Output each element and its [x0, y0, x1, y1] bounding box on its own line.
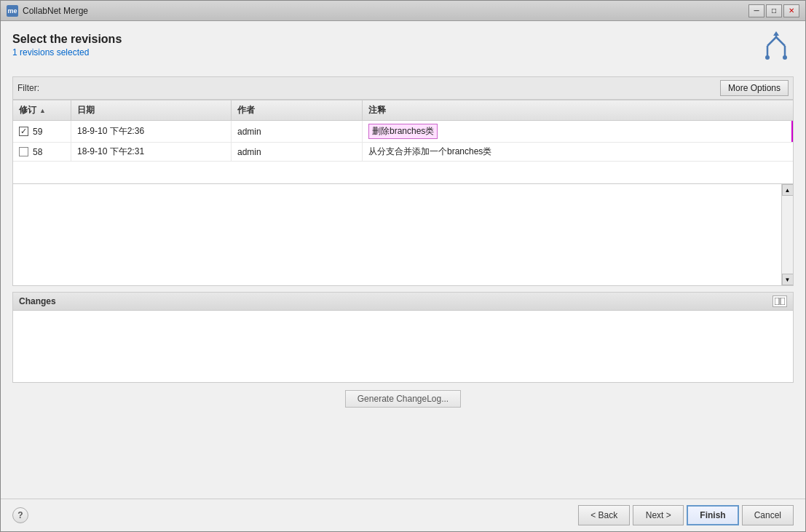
- svg-line-1: [767, 37, 776, 46]
- cancel-button[interactable]: Cancel: [742, 505, 794, 525]
- revisions-table: 修订 ▲ 日期 作者 注释: [12, 100, 794, 184]
- merge-icon-area: [759, 33, 794, 68]
- scrollbar-down-button[interactable]: ▼: [782, 274, 794, 285]
- row-checkbox-59[interactable]: ✓: [19, 127, 28, 136]
- bottom-bar: ? < Back Next > Finish Cancel: [1, 499, 805, 531]
- svg-point-7: [783, 55, 787, 60]
- more-options-button[interactable]: More Options: [720, 80, 789, 96]
- cell-date-59: 18-9-10 下午2:36: [71, 121, 232, 142]
- changes-section: Changes: [12, 292, 794, 383]
- cell-comment-58: 从分支合并添加一个branches类: [363, 143, 793, 161]
- detail-panel: ▲ ▼: [12, 184, 794, 286]
- columns-icon: [775, 298, 785, 305]
- minimize-button[interactable]: ─: [748, 4, 764, 17]
- filter-label: Filter:: [17, 83, 39, 93]
- column-revision: 修订 ▲: [13, 100, 71, 120]
- main-panels: 修订 ▲ 日期 作者 注释: [12, 100, 794, 493]
- window-controls: ─ □ ✕: [748, 4, 799, 17]
- cell-revision-59: ✓ 59: [13, 121, 71, 142]
- cell-author-59: admin: [232, 121, 363, 142]
- detail-scrollbar: ▲ ▼: [781, 184, 793, 285]
- generate-changelog-button[interactable]: Generate ChangeLog...: [345, 390, 461, 408]
- page-title: Select the revisions: [12, 33, 122, 46]
- help-button[interactable]: ?: [12, 507, 28, 523]
- cell-author-58: admin: [232, 143, 363, 161]
- next-button[interactable]: Next >: [633, 505, 684, 525]
- column-date: 日期: [71, 100, 232, 120]
- table-row[interactable]: ✓ 59 18-9-10 下午2:36 admin 删除branches类: [13, 121, 793, 143]
- changes-label: Changes: [19, 296, 56, 306]
- filter-bar: Filter: More Options: [12, 76, 794, 100]
- close-button[interactable]: ✕: [783, 4, 799, 17]
- table-header: 修订 ▲ 日期 作者 注释: [13, 100, 793, 121]
- main-window: me CollabNet Merge ─ □ ✕ Select the revi…: [0, 0, 806, 532]
- restore-button[interactable]: □: [766, 4, 782, 17]
- action-buttons: < Back Next > Finish Cancel: [578, 505, 794, 525]
- svg-rect-9: [781, 298, 785, 305]
- column-author: 作者: [232, 100, 363, 120]
- filter-input[interactable]: [45, 83, 720, 93]
- page-header: Select the revisions 1 revisions selecte…: [12, 33, 794, 68]
- row-checkbox-58[interactable]: [19, 147, 28, 156]
- title-bar: me CollabNet Merge ─ □ ✕: [1, 1, 805, 21]
- table-row[interactable]: 58 18-9-10 下午2:31 admin 从分支合并添加一个branche…: [13, 143, 793, 162]
- window-title: CollabNet Merge: [23, 6, 748, 16]
- cell-revision-58: 58: [13, 143, 71, 161]
- cell-date-58: 18-9-10 下午2:31: [71, 143, 232, 161]
- changes-header: Changes: [12, 292, 794, 310]
- scrollbar-up-button[interactable]: ▲: [782, 184, 794, 196]
- sort-arrow-icon: ▲: [39, 107, 46, 114]
- generate-btn-area: Generate ChangeLog...: [12, 383, 794, 415]
- svg-line-3: [776, 37, 785, 46]
- back-button[interactable]: < Back: [578, 505, 630, 525]
- header-text: Select the revisions 1 revisions selecte…: [12, 33, 122, 57]
- column-comment: 注释: [363, 100, 793, 120]
- merge-arrow-icon: [760, 31, 792, 70]
- finish-button[interactable]: Finish: [687, 505, 738, 525]
- revisions-selected-count: 1 revisions selected: [12, 47, 122, 57]
- app-icon: me: [7, 5, 18, 17]
- svg-point-6: [765, 55, 770, 60]
- cell-comment-59: 删除branches类: [363, 121, 793, 142]
- empty-rows: [13, 162, 793, 183]
- svg-rect-8: [775, 298, 779, 305]
- changes-body: [12, 310, 794, 383]
- changes-icon[interactable]: [773, 295, 787, 307]
- content-area: Select the revisions 1 revisions selecte…: [1, 21, 805, 499]
- svg-marker-5: [773, 31, 779, 36]
- highlighted-comment: 删除branches类: [368, 124, 438, 139]
